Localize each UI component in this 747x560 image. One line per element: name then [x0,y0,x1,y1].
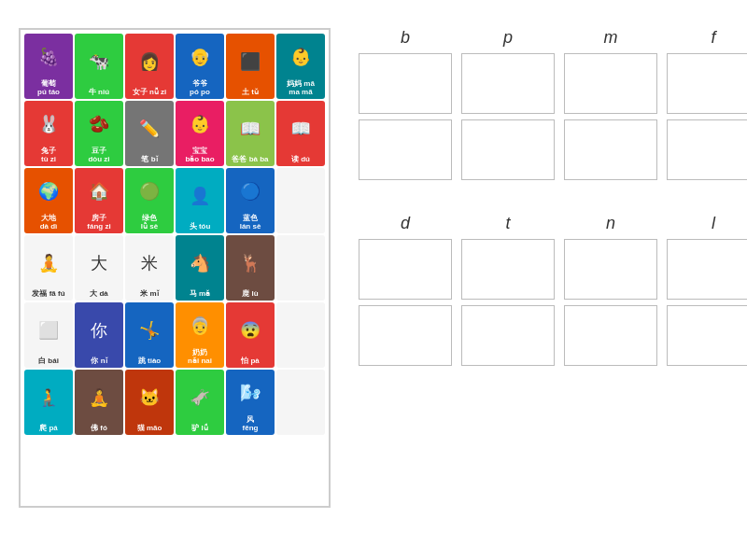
drop-box[interactable] [461,119,555,180]
bottom-drop-row-2 [359,305,747,366]
card-item[interactable]: 你你 nǐ [75,302,123,368]
card-item[interactable]: 👶宝宝 bǎo bao [176,101,224,166]
card-item[interactable]: 🏠房子 fáng zi [75,168,123,233]
consonant-label: p [461,28,555,48]
card-item[interactable]: 🫘豆子 dòu zi [75,101,123,166]
card-item[interactable]: 🍇葡萄 pú táo [24,34,73,99]
card-item[interactable]: 🤸跳 tiào [125,302,174,368]
card-item[interactable]: ✏️笔 bǐ [125,101,174,166]
card-item[interactable]: 😨怕 pà [226,302,275,368]
card-item[interactable]: 📖爸爸 bà ba [226,101,275,166]
drop-box[interactable] [461,53,555,114]
drop-box[interactable] [461,305,555,366]
card-item[interactable]: 🌍大地 dà dì [24,168,73,233]
card-item[interactable]: 大大 dà [75,235,123,301]
drop-box[interactable] [461,239,555,300]
consonant-label: n [564,214,657,233]
consonant-label: f [667,28,747,48]
card-item[interactable]: 🧘发福 fā fú [24,235,73,301]
consonant-label: m [564,28,657,48]
drop-box[interactable] [359,119,452,180]
card-item[interactable]: 👴爷爷 pó po [176,34,224,99]
card-item[interactable]: 👤头 tóu [176,168,224,233]
card-item[interactable]: ⬛土 tǔ [226,34,275,99]
drop-box[interactable] [667,53,747,114]
drop-box[interactable] [359,305,452,366]
card-item[interactable]: 🧎爬 pá [24,370,73,435]
consonant-label: t [461,214,555,233]
card-item[interactable]: 👵奶奶 nǎi nai [176,302,224,368]
top-consonant-label-row: bpmf [359,28,747,48]
drop-box[interactable] [564,53,657,114]
drop-box[interactable] [667,305,747,366]
top-drop-row-1 [359,53,747,114]
bottom-drop-row-1 [359,239,747,300]
card-item[interactable]: 🐰兔子 tù zi [24,101,73,166]
card-item[interactable]: 🦌鹿 lù [226,235,275,301]
right-panel: bpmf dtnl [331,28,747,381]
card-item[interactable] [276,302,325,368]
card-item[interactable]: 🔵蓝色 lán sè [226,168,275,233]
card-item[interactable]: 📖读 dú [276,101,325,166]
card-grid: 🍇葡萄 pú táo🐄牛 niú👩女子 nǚ zi👴爷爷 pó po⬛土 tǔ👶… [19,28,331,508]
card-item[interactable]: 👶妈妈 mā ma mā [276,34,325,99]
consonant-label: b [359,28,452,48]
drop-box[interactable] [667,119,747,180]
top-consonant-section: bpmf [359,28,747,186]
card-item[interactable]: 🐄牛 niú [75,34,123,99]
card-item[interactable] [276,370,325,435]
consonant-label: l [667,214,747,233]
drop-box[interactable] [564,239,657,300]
drop-box[interactable] [564,305,657,366]
card-item[interactable]: 🧘佛 fó [75,370,123,435]
bottom-consonant-label-row: dtnl [359,214,747,233]
card-item[interactable]: 🌬️风 fēng [226,370,275,435]
card-item[interactable]: ⬜白 bái [24,302,73,368]
card-item[interactable]: 🐴马 mǎ [176,235,224,301]
card-item[interactable]: 米米 mǐ [125,235,174,301]
card-item[interactable]: 🫏驴 lǘ [176,370,224,435]
card-item[interactable] [276,235,325,301]
drop-box[interactable] [564,119,657,180]
card-item[interactable] [276,168,325,233]
card-item[interactable]: 🟢绿色 lǜ sè [125,168,174,233]
bottom-consonant-section: dtnl [359,214,747,371]
consonant-label: d [359,214,452,233]
card-item[interactable]: 🐱猫 māo [125,370,174,435]
drop-box[interactable] [359,239,452,300]
card-item[interactable]: 👩女子 nǚ zi [125,34,174,99]
drop-box[interactable] [667,239,747,300]
top-drop-row-2 [359,119,747,180]
drop-box[interactable] [359,53,452,114]
